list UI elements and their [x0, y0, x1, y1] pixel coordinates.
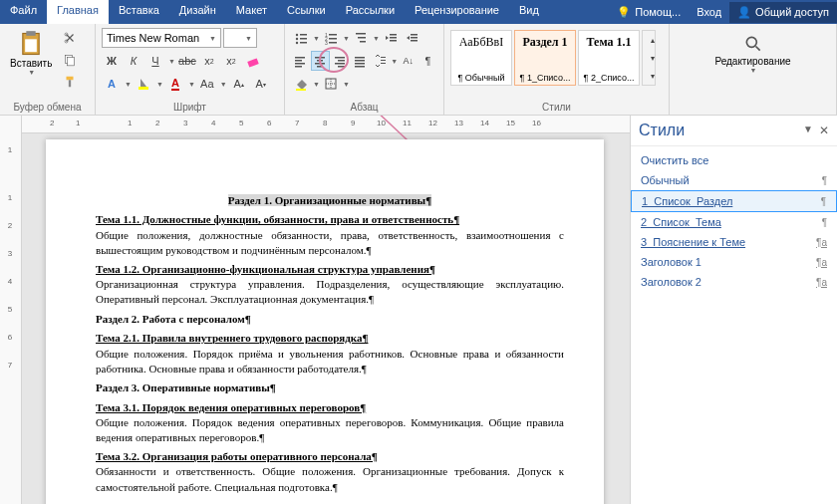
tab-references[interactable]: Ссылки: [277, 0, 336, 24]
sort-button[interactable]: А↓: [399, 51, 418, 71]
section-heading: Раздел 3. Оперативные нормативы¶: [96, 380, 564, 395]
tell-me[interactable]: 💡 Помощ...: [609, 2, 689, 23]
svg-rect-20: [329, 38, 337, 40]
tab-design[interactable]: Дизайн: [169, 0, 226, 24]
editing-label[interactable]: Редактирование: [714, 56, 790, 67]
superscript-button[interactable]: x2: [221, 51, 241, 71]
topic-heading: Тема 1.2. Организационно-функциональная …: [96, 262, 564, 277]
italic-button[interactable]: К: [124, 51, 143, 71]
tab-file[interactable]: Файл: [0, 0, 47, 24]
share-button[interactable]: 👤 Общий доступ: [729, 2, 837, 23]
svg-rect-22: [329, 42, 337, 44]
svg-rect-36: [315, 57, 325, 59]
font-size-select[interactable]: ▼: [223, 28, 257, 48]
style-row-clear[interactable]: Очистить все: [631, 150, 837, 170]
svg-rect-16: [300, 42, 307, 44]
svg-rect-27: [390, 37, 397, 39]
style-row-explanation[interactable]: 3_Пояснение к Теме¶a: [631, 232, 837, 252]
grow-font-button[interactable]: A▴: [229, 74, 249, 94]
tab-layout[interactable]: Макет: [226, 0, 277, 24]
subscript-button[interactable]: x2: [199, 51, 219, 71]
pane-close-icon[interactable]: ✕: [819, 124, 829, 137]
document-page[interactable]: Раздел 1. Организационные нормативы¶ Тем…: [46, 139, 604, 504]
borders-button[interactable]: [321, 74, 341, 94]
font-name-value: Times New Roman: [107, 32, 199, 44]
style-topic[interactable]: Тема 1.1 ¶ 2_Списо...: [578, 30, 640, 86]
paragraph-group-label: Абзац: [291, 100, 437, 113]
font-name-select[interactable]: Times New Roman▼: [102, 28, 221, 48]
align-center-button[interactable]: [311, 51, 330, 71]
bold-button[interactable]: Ж: [102, 51, 122, 71]
style-row-topic-list[interactable]: 2_Список_Тема¶: [631, 212, 837, 232]
align-right-button[interactable]: [331, 51, 350, 71]
svg-rect-32: [295, 57, 305, 59]
svg-rect-34: [295, 63, 305, 65]
shading-button[interactable]: [291, 74, 311, 94]
highlight-button[interactable]: [134, 74, 153, 94]
increase-indent-button[interactable]: [402, 28, 421, 48]
shrink-font-button[interactable]: A▾: [251, 74, 271, 94]
svg-point-15: [296, 42, 298, 44]
svg-rect-18: [329, 34, 337, 36]
format-painter-button[interactable]: [60, 72, 80, 92]
svg-rect-14: [300, 38, 307, 40]
svg-rect-49: [381, 60, 386, 61]
highlight-icon: [137, 77, 150, 91]
borders-icon: [324, 77, 338, 91]
body-text: Общие положения. Порядок приёма и увольн…: [96, 347, 564, 378]
style-row-normal[interactable]: Обычный¶: [631, 170, 837, 190]
show-marks-button[interactable]: ¶: [418, 51, 437, 71]
body-text: Обязанности и ответственность. Общие пол…: [96, 464, 564, 495]
style-row-heading1[interactable]: Заголовок 1¶a: [631, 252, 837, 272]
horizontal-ruler: 2 1 1 2 3 4 5 6 7 8 9 10 11 12 13 14 15 …: [22, 116, 630, 133]
clear-formatting-button[interactable]: [243, 51, 263, 71]
tab-home[interactable]: Главная: [47, 0, 109, 24]
multilevel-list-button[interactable]: [351, 28, 371, 48]
align-left-icon: [293, 54, 307, 68]
paste-button[interactable]: Вставить ▼: [6, 28, 56, 92]
text-effects-button[interactable]: A: [102, 74, 122, 94]
tab-mailings[interactable]: Рассылки: [336, 0, 405, 24]
svg-rect-45: [355, 60, 365, 62]
menu-tabs: Файл Главная Вставка Дизайн Макет Ссылки…: [0, 0, 837, 24]
tab-view[interactable]: Вид: [509, 0, 549, 24]
font-group-label: Шрифт: [102, 100, 278, 113]
copy-button[interactable]: [60, 50, 80, 70]
cut-button[interactable]: [60, 28, 80, 48]
decrease-indent-button[interactable]: [381, 28, 401, 48]
style-section[interactable]: Раздел 1 ¶ 1_Списо...: [514, 30, 576, 86]
topic-heading: Тема 1.1. Должностные функции, обязаннос…: [96, 212, 564, 227]
tab-review[interactable]: Рецензирование: [405, 0, 509, 24]
svg-rect-35: [295, 66, 302, 68]
svg-rect-51: [296, 89, 306, 91]
justify-button[interactable]: [351, 51, 370, 71]
numbering-button[interactable]: 123: [321, 28, 341, 48]
svg-rect-46: [355, 63, 365, 65]
pane-dropdown-icon[interactable]: ▼: [803, 124, 813, 137]
underline-button[interactable]: Ч: [145, 51, 165, 71]
paste-label: Вставить: [10, 58, 52, 69]
tab-insert[interactable]: Вставка: [109, 0, 169, 24]
font-color-button[interactable]: A: [165, 74, 185, 94]
svg-rect-25: [360, 41, 366, 43]
line-spacing-button[interactable]: [370, 51, 389, 71]
style-normal[interactable]: АаБбВвІ ¶ Обычный: [450, 30, 512, 86]
style-row-section-list[interactable]: 1_Список_Раздел¶: [631, 190, 837, 212]
change-case-button[interactable]: Aa: [197, 74, 217, 94]
style-gallery[interactable]: АаБбВвІ ¶ Обычный Раздел 1 ¶ 1_Списо... …: [450, 30, 663, 86]
svg-line-56: [755, 47, 759, 51]
paint-bucket-icon: [294, 77, 308, 91]
gallery-up-button[interactable]: ▴: [643, 31, 663, 49]
svg-rect-37: [317, 60, 323, 62]
strikethrough-button[interactable]: abc: [177, 51, 197, 71]
svg-rect-29: [411, 34, 418, 36]
align-left-button[interactable]: [291, 51, 310, 71]
gallery-more-button[interactable]: ▾: [643, 67, 663, 85]
style-row-heading2[interactable]: Заголовок 2¶a: [631, 272, 837, 292]
gallery-down-button[interactable]: ▾: [643, 49, 663, 67]
style-label: ¶ 1_Списо...: [520, 73, 571, 83]
bullets-button[interactable]: [291, 28, 311, 48]
svg-rect-48: [381, 57, 386, 58]
login-button[interactable]: Вход: [689, 2, 729, 22]
body-text: Общие положения, должностные обязанности…: [96, 228, 564, 259]
